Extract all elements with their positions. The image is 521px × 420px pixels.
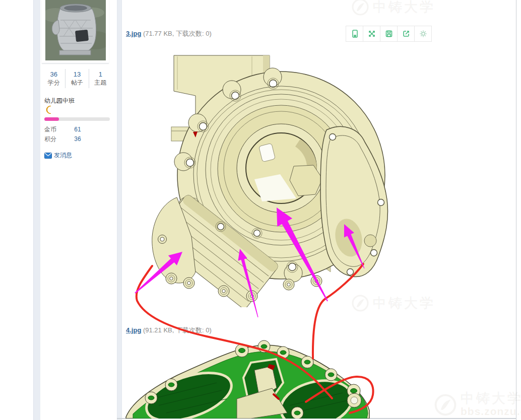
cad-part-cream [128, 53, 390, 307]
forum-post-page: 36 学分 13 帖子 1 主题 幼儿园中班 金币 61 积分 36 [0, 0, 521, 420]
user-group-title: 幼儿园中班 [44, 97, 75, 105]
stat-value[interactable]: 1 [89, 70, 112, 79]
post-content: 3.jpg (71.77 KB, 下载次数: 0) [121, 0, 516, 420]
stat-value[interactable]: 36 [42, 70, 65, 79]
content-right-border [516, 0, 516, 420]
column-divider-left [33, 0, 41, 420]
attachment-meta: (91.21 KB, 下载次数: 0) [143, 326, 212, 334]
stat-label: 帖子 [66, 79, 88, 87]
field-gold: 金币 61 [44, 126, 114, 133]
field-value: 36 [74, 135, 81, 143]
send-message-label: 发消息 [54, 151, 72, 160]
field-label: 积分 [44, 135, 73, 143]
stat-value[interactable]: 13 [66, 70, 88, 79]
attachment-link[interactable]: 4.jpg [126, 326, 141, 334]
avatar[interactable] [42, 0, 109, 63]
avatar-photo [45, 0, 106, 60]
attachment-meta: (71.77 KB, 下载次数: 0) [143, 30, 212, 37]
field-points: 积分 36 [44, 135, 114, 143]
field-value: 61 [74, 126, 81, 133]
mobile-preview-icon[interactable] [346, 26, 363, 41]
attachment-image-2[interactable] [120, 337, 370, 418]
image-toolbar [346, 26, 432, 42]
field-label: 金币 [44, 126, 73, 133]
attachment-line-1: 3.jpg (71.77 KB, 下载次数: 0) [126, 29, 212, 38]
cad-part-green [120, 337, 370, 418]
stat-credits: 36 学分 [42, 69, 66, 88]
level-progress-fill [44, 117, 59, 121]
settings-icon[interactable] [414, 26, 431, 41]
envelope-icon [44, 153, 52, 159]
level-progress-bar [44, 117, 110, 121]
author-stats: 36 学分 13 帖子 1 主题 [42, 69, 112, 88]
save-icon[interactable] [380, 26, 397, 41]
fullscreen-icon[interactable] [363, 26, 380, 41]
crescent-moon-icon [45, 105, 54, 114]
attachment-image-1[interactable] [128, 53, 390, 307]
send-message-link[interactable]: 发消息 [44, 151, 72, 160]
stat-threads: 1 主题 [89, 69, 112, 88]
author-sidebar: 36 学分 13 帖子 1 主题 幼儿园中班 金币 61 积分 36 [40, 0, 117, 420]
attachment-line-2: 4.jpg (91.21 KB, 下载次数: 0) [126, 326, 212, 335]
share-icon[interactable] [397, 26, 414, 41]
attachment-link[interactable]: 3.jpg [126, 30, 141, 37]
stat-label: 学分 [42, 79, 65, 87]
stat-label: 主题 [89, 79, 112, 87]
stat-posts: 13 帖子 [66, 69, 89, 88]
